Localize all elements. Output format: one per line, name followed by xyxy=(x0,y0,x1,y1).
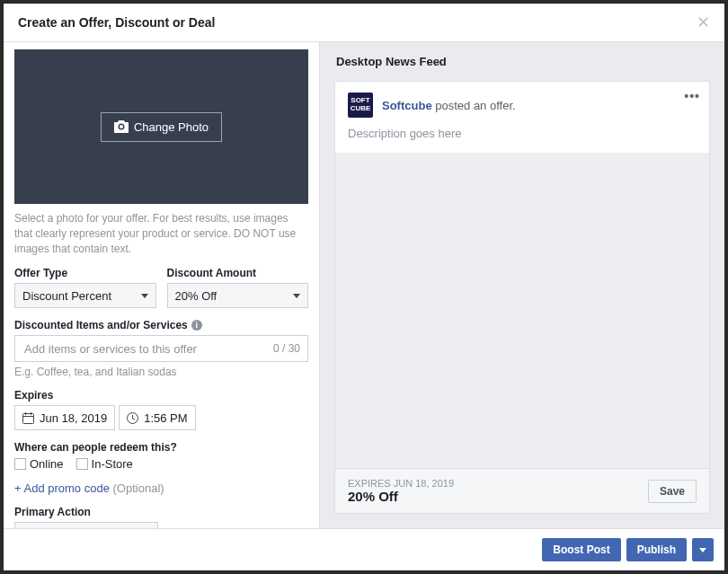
camera-icon xyxy=(114,120,129,133)
discount-amount-label: Discount Amount xyxy=(167,267,309,279)
checkbox-icon xyxy=(76,458,88,470)
post-footer: EXPIRES JUN 18, 2019 20% Off Save xyxy=(335,468,709,513)
instore-label: In-Store xyxy=(92,457,133,471)
add-promo-link[interactable]: + Add promo code xyxy=(14,481,110,495)
save-offer-button[interactable]: Save xyxy=(648,480,697,503)
modal-footer: Boost Post Publish xyxy=(4,528,724,570)
primary-action-label: Primary Action xyxy=(14,506,308,518)
expires-badge: EXPIRES JUN 18, 2019 xyxy=(348,478,454,489)
page-logo: SOFT CUBE xyxy=(348,93,373,118)
form-panel: Change Photo Select a photo for your off… xyxy=(4,42,320,528)
expires-date-value: Jun 18, 2019 xyxy=(40,411,107,425)
chevron-down-icon xyxy=(141,294,148,298)
post-header: SOFT CUBE Softcube posted an offer. ••• xyxy=(335,82,709,121)
offer-type-label: Offer Type xyxy=(14,267,156,279)
modal-title: Create an Offer, Discount or Deal xyxy=(18,15,215,30)
modal-header: Create an Offer, Discount or Deal ✕ xyxy=(4,4,724,42)
post-description: Description goes here xyxy=(335,121,709,153)
offer-modal: Create an Offer, Discount or Deal ✕ Chan… xyxy=(0,0,728,574)
posted-text: posted an offer. xyxy=(432,99,516,112)
checkbox-icon xyxy=(14,458,26,470)
items-label: Discounted Items and/or Services i xyxy=(14,319,308,331)
clock-icon xyxy=(127,412,138,424)
photo-uploader: Change Photo xyxy=(14,49,308,204)
post-title: Softcube posted an offer. xyxy=(382,99,516,112)
expires-date-picker[interactable]: Jun 18, 2019 xyxy=(14,405,115,430)
discount-amount-value: 20% Off xyxy=(175,289,218,303)
change-photo-button[interactable]: Change Photo xyxy=(101,112,222,142)
chevron-down-icon xyxy=(293,294,300,298)
discount-amount-select[interactable]: 20% Off xyxy=(167,283,309,308)
offer-type-value: Discount Percent xyxy=(22,289,111,303)
page-name-link[interactable]: Softcube xyxy=(382,99,432,112)
close-icon[interactable]: ✕ xyxy=(697,14,710,31)
expires-time-picker[interactable]: 1:56 PM xyxy=(119,405,195,430)
post-menu-icon[interactable]: ••• xyxy=(684,89,700,103)
items-input-wrapper: 0 / 30 xyxy=(14,335,308,362)
items-input[interactable] xyxy=(22,341,273,357)
online-checkbox[interactable]: Online xyxy=(14,457,64,471)
redeem-label: Where can people redeem this? xyxy=(14,441,308,454)
chevron-down-icon xyxy=(699,548,706,552)
boost-post-button[interactable]: Boost Post xyxy=(542,538,620,561)
items-example: E.g. Coffee, tea, and Italian sodas xyxy=(14,366,308,378)
items-counter: 0 / 30 xyxy=(273,342,300,355)
preview-panel: Desktop News Feed SOFT CUBE Softcube pos… xyxy=(320,42,724,528)
change-photo-label: Change Photo xyxy=(134,120,209,134)
promo-optional: (Optional) xyxy=(113,481,164,495)
modal-body: Change Photo Select a photo for your off… xyxy=(4,42,724,528)
online-label: Online xyxy=(30,457,64,471)
publish-button[interactable]: Publish xyxy=(626,538,687,561)
info-icon[interactable]: i xyxy=(191,320,202,331)
preview-header: Desktop News Feed xyxy=(320,42,724,81)
svg-rect-0 xyxy=(23,413,34,423)
instore-checkbox[interactable]: In-Store xyxy=(76,457,133,471)
offer-type-select[interactable]: Discount Percent xyxy=(14,283,156,308)
photo-help-text: Select a photo for your offer. For best … xyxy=(14,211,308,256)
offer-amount: 20% Off xyxy=(348,489,454,504)
expires-time-value: 1:56 PM xyxy=(144,411,187,425)
primary-action-select[interactable]: Save xyxy=(14,522,158,528)
publish-dropdown-button[interactable] xyxy=(692,538,714,561)
preview-card: SOFT CUBE Softcube posted an offer. ••• … xyxy=(334,81,710,514)
post-body xyxy=(335,153,709,468)
expires-label: Expires xyxy=(14,389,308,402)
calendar-icon xyxy=(22,412,34,424)
